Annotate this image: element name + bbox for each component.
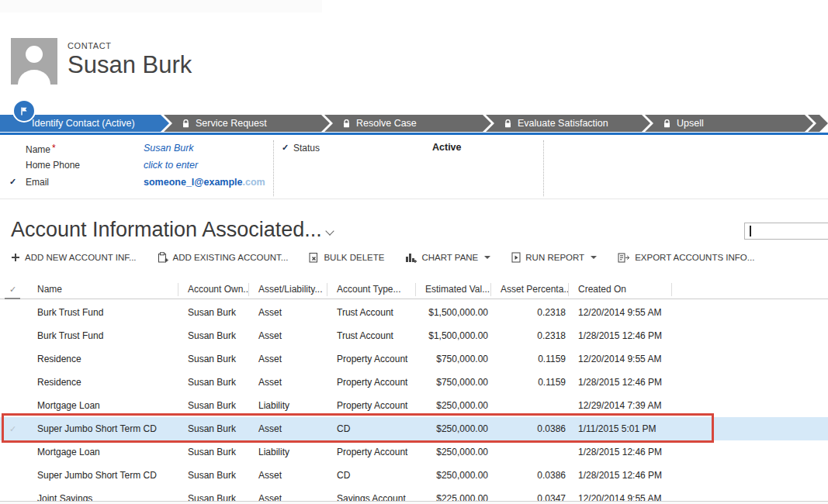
column-header-asset[interactable]: Asset/Liability... — [249, 283, 327, 296]
process-stage-2[interactable]: Service Request — [164, 115, 330, 132]
toolbar-button-5[interactable]: RUN REPORT — [511, 252, 597, 263]
cell-owner: Susan Burk — [178, 447, 249, 457]
toolbar-button-2[interactable]: ADD EXISTING ACCOUNT... — [158, 252, 289, 263]
cell-created: 12/20/2014 9:55 AM — [569, 307, 672, 318]
process-stage-4[interactable]: Evaluate Satisfaction — [486, 115, 650, 132]
column-header-name[interactable]: Name — [28, 283, 178, 296]
cell-asset: Asset — [249, 470, 327, 481]
subgrid-search-box — [744, 223, 828, 240]
process-flag-badge — [12, 99, 36, 123]
delete-record-icon — [309, 252, 319, 263]
stage-label: Identify Contact (Active) — [32, 118, 135, 129]
table-row[interactable]: ResidenceSusan BurkAssetProperty Account… — [0, 347, 828, 371]
cell-type: CD — [327, 423, 416, 434]
column-header-owner[interactable]: Account Own... — [178, 283, 249, 296]
cell-pct: 0.0386 — [491, 423, 569, 434]
cell-owner: Susan Burk — [178, 400, 249, 411]
cell-owner: Susan Burk — [178, 354, 249, 364]
stage-label: Upsell — [677, 118, 704, 129]
email-value[interactable]: someone_l@example.com — [144, 177, 265, 188]
lock-icon — [663, 119, 670, 128]
entity-type-label: CONTACT — [68, 41, 192, 50]
column-header-estval[interactable]: Estimated Val... — [416, 283, 491, 296]
column-header-created[interactable]: Created On — [569, 283, 672, 296]
cell-owner: Susan Burk — [178, 470, 249, 481]
bar-chart-icon — [405, 253, 417, 263]
grid-header-row: ✓NameAccount Own...Asset/Liability...Acc… — [0, 281, 828, 299]
stage-label: Resolve Case — [356, 118, 417, 129]
cell-owner: Susan Burk — [178, 330, 249, 341]
select-all-checkbox[interactable]: ✓ — [0, 283, 28, 296]
cell-pct: 0.1159 — [491, 354, 569, 364]
toolbar-button-6[interactable]: EXPORT ACCOUNTS INFO... — [618, 253, 754, 263]
toolbar-button-1[interactable]: ADD NEW ACCOUNT INF... — [11, 253, 137, 262]
dropdown-caret-icon — [591, 256, 597, 259]
toolbar-button-label: ADD EXISTING ACCOUNT... — [173, 253, 289, 262]
stage-label: Service Request — [196, 118, 267, 129]
cell-name: Burk Trust Fund — [28, 307, 178, 318]
email-label: Email — [26, 177, 49, 188]
table-row[interactable]: Burk Trust FundSusan BurkAssetTrust Acco… — [0, 324, 828, 347]
cell-asset: Liability — [249, 400, 327, 411]
check-column-underline — [5, 298, 20, 299]
cell-name: Mortgage Loan — [28, 400, 178, 411]
cell-asset: Asset — [249, 307, 327, 318]
toolbar-button-3[interactable]: BULK DELETE — [309, 252, 384, 263]
home-phone-value[interactable]: click to enter — [144, 160, 198, 171]
text-cursor — [750, 226, 751, 236]
cell-estval: $750,000.00 — [416, 377, 491, 388]
cell-asset: Liability — [249, 447, 327, 457]
search-input[interactable] — [751, 224, 828, 236]
cell-pct: 0.0386 — [491, 470, 569, 481]
export-icon — [618, 253, 630, 263]
cell-owner: Susan Burk — [178, 307, 249, 318]
row-checkbox[interactable]: ✓ — [0, 424, 28, 434]
report-icon — [511, 252, 521, 263]
stage-label: Evaluate Satisfaction — [518, 118, 608, 129]
grid-bottom-edge — [0, 501, 828, 504]
cell-estval: $250,000.00 — [416, 400, 491, 411]
cell-created: 12/29/2014 7:39 AM — [569, 400, 672, 411]
subgrid-title[interactable]: Account Information Associated... — [11, 218, 322, 242]
plus-icon — [11, 253, 20, 262]
cell-asset: Asset — [249, 330, 327, 341]
table-row[interactable]: Super Jumbo Short Term CDSusan BurkAsset… — [0, 464, 828, 487]
table-row[interactable]: ✓Super Jumbo Short Term CDSusan BurkAsse… — [0, 417, 828, 440]
lock-icon — [343, 119, 350, 128]
contact-avatar — [11, 38, 57, 85]
process-stage-3[interactable]: Resolve Case — [324, 115, 491, 132]
clipboard-add-icon — [158, 252, 168, 263]
table-row[interactable]: Burk Trust FundSusan BurkAssetTrust Acco… — [0, 301, 828, 324]
column-header-pct[interactable]: Asset Percenta... — [491, 283, 569, 296]
table-row[interactable]: ResidenceSusan BurkAssetProperty Account… — [0, 371, 828, 394]
cell-type: CD — [327, 470, 416, 481]
field-row-status: ✓ Status Active — [0, 140, 828, 157]
cell-created: 1/28/2015 12:46 PM — [569, 470, 672, 481]
cell-name: Residence — [28, 377, 178, 388]
column-header-type[interactable]: Account Type... — [327, 283, 416, 296]
table-row[interactable]: Mortgage LoanSusan BurkLiabilityProperty… — [0, 440, 828, 464]
table-row[interactable]: Mortgage LoanSusan BurkLiabilityProperty… — [0, 394, 828, 417]
cell-estval: $250,000.00 — [416, 470, 491, 481]
status-value[interactable]: Active — [432, 142, 462, 153]
toolbar-button-label: RUN REPORT — [525, 253, 584, 262]
email-check-icon: ✓ — [9, 177, 16, 187]
toolbar-button-label: BULK DELETE — [324, 253, 384, 262]
toolbar-button-4[interactable]: CHART PANE — [405, 253, 490, 263]
field-row-home-phone: Home Phone click to enter — [0, 157, 828, 174]
chevron-down-icon[interactable] — [325, 226, 334, 235]
business-process-flow: Identify Contact (Active)Service Request… — [0, 115, 828, 132]
process-underline — [0, 133, 828, 135]
cell-type: Property Account — [327, 400, 416, 411]
cell-type: Trust Account — [327, 307, 416, 318]
cell-type: Property Account — [327, 377, 416, 388]
cell-name: Burk Trust Fund — [28, 330, 178, 341]
cell-created: 1/28/2015 12:46 PM — [569, 330, 672, 341]
cell-name: Residence — [28, 354, 178, 364]
toolbar-button-label: CHART PANE — [421, 253, 478, 262]
toolbar-button-label: ADD NEW ACCOUNT INF... — [25, 253, 137, 262]
process-stage-5[interactable]: Upsell — [645, 115, 813, 132]
field-row-email: ✓ Email someone_l@example.com — [0, 174, 828, 192]
form-column-divider — [273, 140, 274, 196]
cell-pct: 0.2318 — [491, 307, 569, 318]
